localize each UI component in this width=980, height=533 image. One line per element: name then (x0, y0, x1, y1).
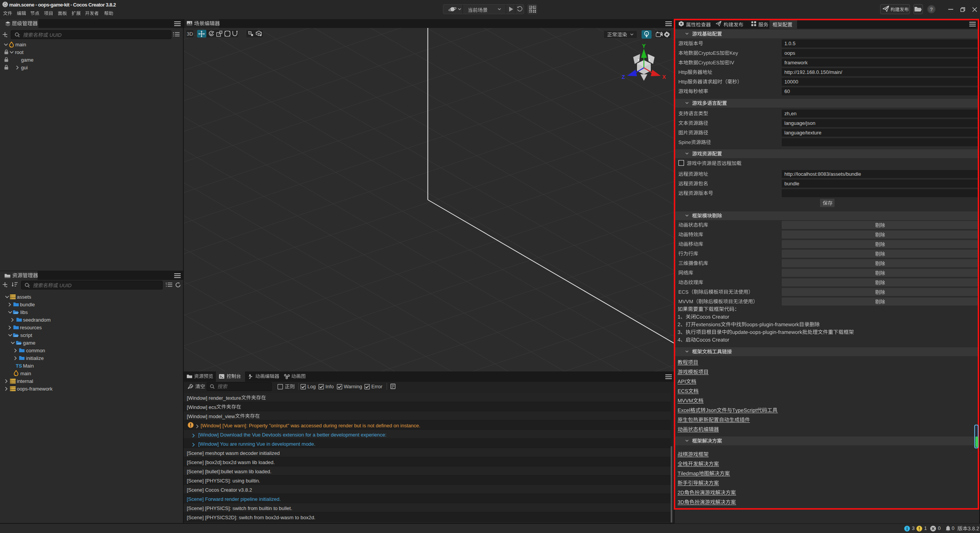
svg-text:?: ? (930, 7, 933, 12)
svg-text:Y: Y (642, 43, 646, 49)
svg-text:X: X (662, 74, 666, 80)
svg-text:TS: TS (16, 363, 22, 368)
svg-text:Z: Z (622, 74, 625, 80)
